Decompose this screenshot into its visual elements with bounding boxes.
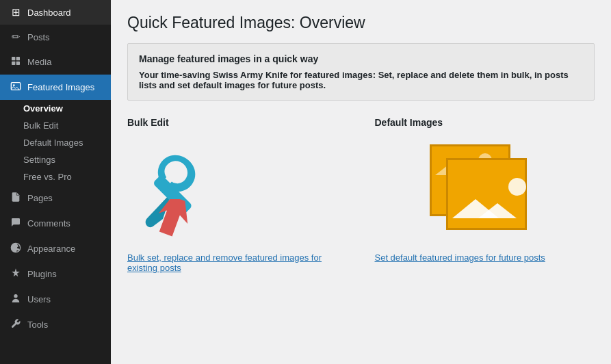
info-box-title: Manage featured images in a quick way xyxy=(139,53,583,64)
svg-rect-3 xyxy=(16,62,20,65)
svg-rect-2 xyxy=(12,62,15,65)
media-icon xyxy=(10,55,22,68)
sidebar-item-media[interactable]: Media xyxy=(0,49,111,75)
submenu-free-vs-pro[interactable]: Free vs. Pro xyxy=(0,168,111,185)
cards-row: Bulk Edit Bulk set, replace and remove f… xyxy=(127,117,595,273)
default-images-title: Default Images xyxy=(375,117,595,128)
featured-images-icon xyxy=(10,81,22,94)
svg-rect-4 xyxy=(11,83,20,90)
submenu-bulk-edit[interactable]: Bulk Edit xyxy=(0,117,111,134)
dashboard-icon: ⊞ xyxy=(10,6,22,18)
info-box-text: Your time-saving Swiss Army Knife for fe… xyxy=(139,70,583,90)
pages-icon xyxy=(10,192,22,205)
submenu-overview[interactable]: Overview xyxy=(0,100,111,117)
sidebar-item-pages[interactable]: Pages xyxy=(0,185,111,211)
default-images-icon-area xyxy=(375,138,595,247)
default-images-link[interactable]: Set default featured images for future p… xyxy=(375,252,595,263)
bulk-edit-title: Bulk Edit xyxy=(127,117,348,128)
bulk-edit-link[interactable]: Bulk set, replace and remove featured im… xyxy=(127,252,348,273)
submenu-default-images[interactable]: Default Images xyxy=(0,134,111,151)
bulk-edit-icon-area: Bulk set, replace and remove featured im… xyxy=(127,138,348,273)
sidebar-item-dashboard[interactable]: ⊞ Dashboard xyxy=(0,0,111,25)
sidebar: ⊞ Dashboard ✏ Posts Media Featured Image… xyxy=(0,0,111,364)
svg-rect-0 xyxy=(12,57,15,60)
svg-point-5 xyxy=(13,84,15,86)
sidebar-item-tools[interactable]: Tools xyxy=(0,312,111,337)
main-content: Quick Featured Images: Overview Manage f… xyxy=(111,0,611,364)
users-icon xyxy=(10,293,22,306)
sidebar-item-users[interactable]: Users xyxy=(0,287,111,312)
submenu-settings[interactable]: Settings xyxy=(0,151,111,168)
default-images-card: Default Images Set def xyxy=(375,117,595,273)
svg-rect-1 xyxy=(16,57,20,60)
svg-marker-10 xyxy=(158,199,194,240)
bulk-edit-card: Bulk Edit Bulk set, replace and remove f… xyxy=(127,117,348,273)
sidebar-item-featured-images[interactable]: Featured Images xyxy=(0,75,111,100)
appearance-icon xyxy=(10,242,22,255)
sidebar-item-plugins[interactable]: Plugins xyxy=(0,261,111,287)
posts-icon: ✏ xyxy=(10,31,22,43)
sidebar-item-appearance[interactable]: Appearance xyxy=(0,236,111,261)
plugins-icon xyxy=(10,268,22,281)
featured-images-submenu: Overview Bulk Edit Default Images Settin… xyxy=(0,100,111,185)
svg-point-7 xyxy=(14,294,17,298)
red-arrow-icon xyxy=(158,199,196,240)
page-title: Quick Featured Images: Overview xyxy=(127,14,595,32)
info-box: Manage featured images in a quick way Yo… xyxy=(127,43,595,101)
wrench-icon-area xyxy=(127,138,216,247)
sidebar-item-posts[interactable]: ✏ Posts xyxy=(0,25,111,49)
stacked-images-icon xyxy=(430,144,539,240)
tools-icon xyxy=(10,318,22,331)
sidebar-item-comments[interactable]: Comments xyxy=(0,211,111,236)
comments-icon xyxy=(10,217,22,230)
